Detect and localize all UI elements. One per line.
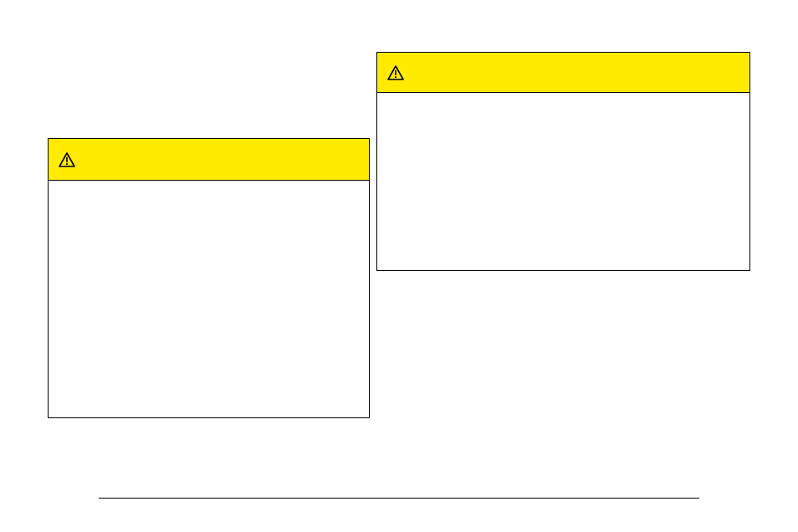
warning-header-left: [49, 139, 369, 181]
warning-body-right: [377, 93, 749, 270]
warning-box-right: [376, 52, 750, 271]
warning-body-left: [49, 181, 369, 417]
warning-header-right: [377, 53, 749, 93]
svg-point-1: [66, 163, 68, 165]
warning-triangle-icon: [387, 65, 404, 80]
svg-point-3: [395, 76, 396, 78]
footer-divider: [99, 498, 699, 499]
warning-triangle-icon: [59, 152, 75, 167]
warning-box-left: [48, 138, 370, 418]
